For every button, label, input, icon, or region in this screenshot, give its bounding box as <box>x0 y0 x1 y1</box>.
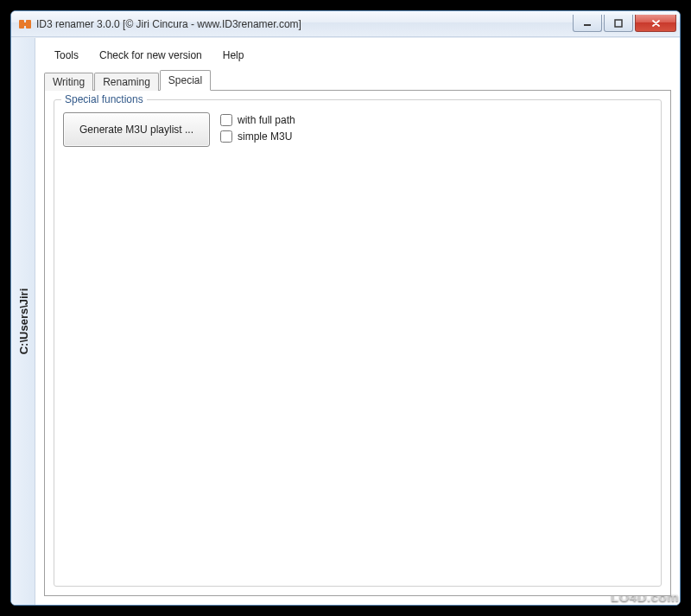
group-row: Generate M3U playlist ... with full path… <box>63 112 652 147</box>
main-panel: Tools Check for new version Help Writing… <box>35 38 680 605</box>
check-simple-m3u[interactable] <box>220 130 232 143</box>
tab-writing[interactable]: Writing <box>44 73 93 91</box>
path-text: C:\Users\Jiri <box>16 289 29 355</box>
window-title: ID3 renamer 3.0.0 [© Jiri Cincura - www.… <box>36 18 573 30</box>
generate-m3u-button[interactable]: Generate M3U playlist ... <box>63 112 210 147</box>
check-simple-m3u-label[interactable]: simple M3U <box>238 130 292 143</box>
tabstrip: Writing Renaming Special <box>44 69 671 90</box>
svg-rect-2 <box>23 22 27 26</box>
check-simple-m3u-row: simple M3U <box>220 130 295 143</box>
tab-renaming[interactable]: Renaming <box>94 73 159 91</box>
check-full-path[interactable] <box>220 114 232 126</box>
check-full-path-row: with full path <box>220 114 295 126</box>
window-body: C:\Users\Jiri Tools Check for new versio… <box>11 37 680 605</box>
app-icon <box>18 17 32 31</box>
maximize-button[interactable] <box>604 15 633 32</box>
menubar: Tools Check for new version Help <box>44 45 671 69</box>
titlebar[interactable]: ID3 renamer 3.0.0 [© Jiri Cincura - www.… <box>11 11 680 37</box>
close-button[interactable] <box>635 15 676 32</box>
app-window: ID3 renamer 3.0.0 [© Jiri Cincura - www.… <box>10 10 681 606</box>
path-sidebar[interactable]: C:\Users\Jiri <box>11 38 35 605</box>
special-functions-group: Special functions Generate M3U playlist … <box>54 99 662 587</box>
svg-rect-3 <box>584 24 591 26</box>
menu-tools[interactable]: Tools <box>44 47 89 64</box>
window-controls <box>573 16 678 32</box>
checkbox-column: with full path simple M3U <box>220 112 295 143</box>
svg-rect-4 <box>615 20 622 27</box>
menu-check-version[interactable]: Check for new version <box>89 47 212 64</box>
tab-special[interactable]: Special <box>160 70 211 91</box>
group-legend: Special functions <box>61 93 147 105</box>
tab-panel-special: Special functions Generate M3U playlist … <box>44 90 671 596</box>
check-full-path-label[interactable]: with full path <box>238 114 295 126</box>
menu-help[interactable]: Help <box>212 47 255 64</box>
minimize-button[interactable] <box>573 15 602 32</box>
